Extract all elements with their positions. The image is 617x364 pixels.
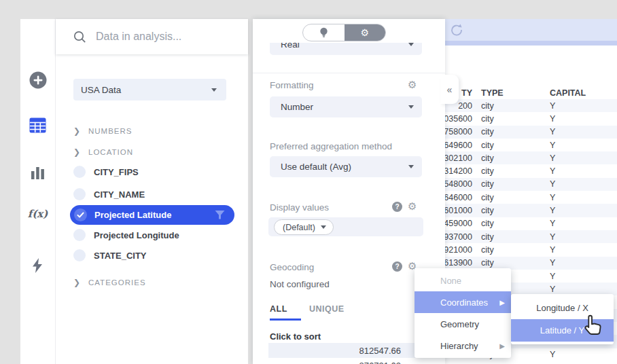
table-row[interactable]: 035600cityY: [442, 112, 617, 125]
field-item-city-fips[interactable]: CITY_FIPS: [70, 162, 234, 182]
table-cell: Y: [550, 127, 555, 136]
formatting-select[interactable]: Number: [270, 96, 422, 117]
table-cell: 302100: [442, 153, 472, 163]
table-cell: Y: [550, 166, 555, 176]
menu-item-hierarchy[interactable]: Hierarchy ▶: [415, 335, 511, 357]
info-toggle-segment[interactable]: [303, 24, 345, 41]
submenu-arrow-icon: ▶: [499, 342, 505, 350]
section-categories[interactable]: ❯ CATEGORIES: [73, 276, 146, 289]
submenu-item-label: Latitude / Y: [540, 325, 585, 335]
table-cell: city: [481, 258, 494, 268]
table-row[interactable]: 649600cityY: [442, 139, 617, 151]
help-icon[interactable]: ?: [392, 202, 402, 212]
table-row[interactable]: 613900cityY: [442, 257, 617, 270]
table-cell: 314200: [442, 166, 472, 176]
section-numbers[interactable]: ❯ NUMBERS: [73, 125, 133, 137]
table-row[interactable]: 302100cityY: [442, 151, 617, 164]
table-row[interactable]: 459000cityY: [442, 217, 617, 230]
coordinates-submenu: Longitude / X Latitude / Y: [511, 294, 614, 344]
table-row[interactable]: 921000cityY: [442, 243, 617, 256]
chevron-down-icon: [211, 88, 217, 92]
field-item-projected-latitude[interactable]: Projected Latitude: [70, 205, 234, 225]
data-source-select[interactable]: USA Data: [73, 79, 226, 101]
aggregation-select[interactable]: Use default (Avg): [270, 156, 422, 177]
submenu-arrow-icon: ▶: [499, 299, 505, 306]
field-item-state-city[interactable]: STATE_CITY: [70, 245, 234, 266]
field-dot-icon: [73, 188, 86, 200]
column-header[interactable]: CAPITAL: [550, 88, 586, 98]
refresh-button[interactable]: [449, 22, 464, 37]
table-header-row: TY TYPE CAPITAL: [442, 87, 617, 99]
gear-icon[interactable]: ⚙: [408, 79, 417, 90]
submenu-item-label: Longitude / X: [536, 303, 588, 313]
divider: [253, 73, 445, 73]
menu-item-none[interactable]: None: [415, 270, 511, 291]
search-placeholder: Data in analysis...: [96, 31, 181, 43]
active-tab-underline: [270, 318, 301, 321]
sample-value-row[interactable]: 876721.02: [268, 358, 428, 364]
field-label: CITY_NAME: [94, 189, 145, 200]
submenu-item-latitude-y[interactable]: Latitude / Y: [511, 319, 614, 342]
submenu-item-longitude-x[interactable]: Longitude / X: [511, 297, 614, 319]
sample-value-row[interactable]: 812547.66: [268, 343, 428, 358]
field-label: CITY_FIPS: [94, 167, 139, 177]
chevron-down-icon: [408, 105, 414, 109]
add-button[interactable]: [20, 71, 55, 89]
geocoding-context-menu: None Coordinates ▶ Geometry Hierarchy ▶: [415, 268, 511, 358]
display-values-select[interactable]: (Default): [274, 219, 334, 235]
data-table-nav-button[interactable]: [20, 117, 55, 133]
field-item-projected-longitude[interactable]: Projected Longitude: [70, 225, 234, 245]
table-row[interactable]: 937000cityY: [442, 230, 617, 243]
table-cell: city: [481, 179, 494, 189]
table-row[interactable]: 548000cityY: [442, 178, 617, 191]
menu-item-label: Hierarchy: [440, 341, 478, 351]
table-row[interactable]: 601000cityY: [442, 204, 617, 217]
table-cell: Y: [550, 232, 555, 242]
calculations-nav-button[interactable]: f(x): [20, 208, 55, 220]
table-cell: 649600: [442, 141, 472, 150]
search-bar[interactable]: Data in analysis...: [56, 19, 248, 54]
actions-nav-button[interactable]: [20, 258, 55, 273]
table-cell: Y: [550, 258, 555, 268]
column-header[interactable]: TYPE: [481, 88, 504, 98]
chevron-down-icon: [408, 43, 414, 46]
table-row[interactable]: 314200cityY: [442, 164, 617, 177]
settings-toggle-segment[interactable]: ⚙: [345, 24, 386, 41]
help-icon[interactable]: ?: [392, 261, 402, 272]
section-location[interactable]: ❯ LOCATION: [73, 146, 133, 158]
fields-sidebar: Data in analysis... USA Data ❯ NUMBERS ❯…: [56, 19, 248, 364]
table-cell: city: [481, 219, 494, 228]
table-cell: 613900: [442, 258, 472, 268]
section-categories-label: CATEGORIES: [88, 278, 146, 287]
lightning-bolt-icon: [33, 258, 43, 273]
display-values-row: (Default): [268, 217, 423, 236]
info-settings-toggle[interactable]: ⚙: [302, 24, 386, 41]
tab-unique[interactable]: UNIQUE: [309, 304, 345, 314]
table-cell: 459000: [442, 219, 472, 228]
chevron-down-icon: [408, 165, 414, 168]
table-cell: Y: [550, 114, 555, 124]
table-cell: Y: [550, 272, 555, 281]
gear-icon[interactable]: ⚙: [408, 201, 417, 211]
field-label: Projected Latitude: [94, 210, 171, 220]
field-item-city-name[interactable]: CITY_NAME: [70, 184, 234, 204]
menu-item-label: Coordinates: [440, 297, 488, 308]
table-cell: city: [481, 193, 494, 202]
display-values-value: (Default): [283, 223, 315, 232]
refresh-icon: [449, 22, 464, 37]
table-cell: Y: [550, 206, 555, 215]
collapse-panel-button[interactable]: «: [440, 75, 459, 104]
table-row[interactable]: 646000cityY: [442, 191, 617, 204]
chevron-right-icon: ❯: [73, 126, 88, 136]
table-row[interactable]: 758000cityY: [442, 126, 617, 139]
menu-item-coordinates[interactable]: Coordinates ▶: [415, 291, 511, 313]
bar-chart-icon: [31, 166, 45, 179]
filter-funnel-icon[interactable]: [215, 211, 225, 219]
table-row[interactable]: 200cityY: [442, 99, 617, 112]
table-cell: city: [481, 232, 494, 242]
tab-all[interactable]: ALL: [270, 304, 287, 314]
menu-item-geometry[interactable]: Geometry: [415, 313, 511, 335]
table-cell: Y: [550, 285, 555, 294]
charts-nav-button[interactable]: [20, 166, 55, 179]
sort-hint-label[interactable]: Click to sort: [270, 331, 321, 342]
